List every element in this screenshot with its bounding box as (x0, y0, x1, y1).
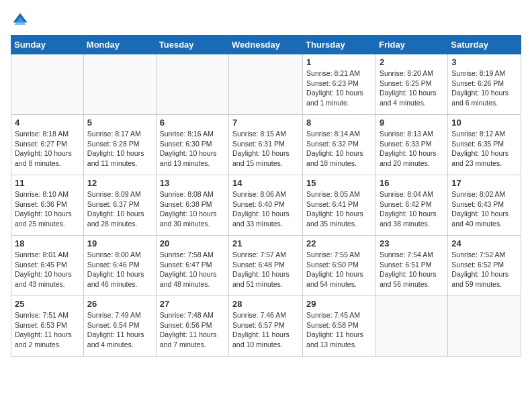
calendar-cell (229, 54, 303, 115)
calendar-cell: 29Sunrise: 7:45 AM Sunset: 6:58 PM Dayli… (303, 296, 376, 357)
calendar-cell: 13Sunrise: 8:08 AM Sunset: 6:38 PM Dayli… (156, 175, 228, 236)
calendar-cell: 17Sunrise: 8:02 AM Sunset: 6:43 PM Dayli… (448, 175, 521, 236)
day-number: 14 (232, 178, 299, 188)
weekday-header-sunday: Sunday (11, 36, 84, 54)
day-number: 28 (232, 299, 299, 309)
calendar-cell: 28Sunrise: 7:46 AM Sunset: 6:57 PM Dayli… (229, 296, 303, 357)
calendar-week-row: 18Sunrise: 8:01 AM Sunset: 6:45 PM Dayli… (11, 236, 521, 296)
calendar-cell: 12Sunrise: 8:09 AM Sunset: 6:37 PM Dayli… (83, 175, 156, 236)
calendar-cell: 11Sunrise: 8:10 AM Sunset: 6:36 PM Dayli… (11, 175, 84, 236)
day-info: Sunrise: 7:48 AM Sunset: 6:56 PM Dayligh… (160, 310, 225, 350)
calendar-cell: 16Sunrise: 8:04 AM Sunset: 6:42 PM Dayli… (375, 175, 447, 236)
day-number: 7 (232, 118, 299, 128)
day-info: Sunrise: 7:46 AM Sunset: 6:57 PM Dayligh… (232, 310, 299, 350)
day-info: Sunrise: 8:15 AM Sunset: 6:31 PM Dayligh… (232, 129, 299, 169)
calendar-cell (156, 54, 228, 115)
day-number: 4 (15, 118, 80, 128)
weekday-header-tuesday: Tuesday (156, 36, 228, 54)
calendar-table: SundayMondayTuesdayWednesdayThursdayFrid… (11, 35, 521, 357)
calendar-cell (83, 54, 156, 115)
day-info: Sunrise: 7:54 AM Sunset: 6:51 PM Dayligh… (380, 250, 444, 289)
day-info: Sunrise: 7:49 AM Sunset: 6:54 PM Dayligh… (87, 310, 152, 350)
day-number: 29 (306, 299, 372, 309)
calendar-cell: 8Sunrise: 8:14 AM Sunset: 6:32 PM Daylig… (303, 115, 376, 175)
calendar-cell: 2Sunrise: 8:20 AM Sunset: 6:25 PM Daylig… (375, 54, 447, 115)
calendar-cell: 27Sunrise: 7:48 AM Sunset: 6:56 PM Dayli… (156, 296, 228, 357)
calendar-week-row: 1Sunrise: 8:21 AM Sunset: 6:23 PM Daylig… (11, 54, 521, 115)
calendar-cell: 26Sunrise: 7:49 AM Sunset: 6:54 PM Dayli… (83, 296, 156, 357)
day-number: 15 (306, 178, 372, 188)
day-info: Sunrise: 8:12 AM Sunset: 6:35 PM Dayligh… (451, 129, 517, 169)
day-info: Sunrise: 7:45 AM Sunset: 6:58 PM Dayligh… (306, 310, 372, 350)
day-number: 12 (87, 178, 152, 188)
day-info: Sunrise: 8:02 AM Sunset: 6:43 PM Dayligh… (451, 189, 517, 229)
day-info: Sunrise: 8:17 AM Sunset: 6:28 PM Dayligh… (87, 129, 152, 169)
day-number: 16 (380, 178, 444, 188)
calendar-week-row: 25Sunrise: 7:51 AM Sunset: 6:53 PM Dayli… (11, 296, 521, 357)
day-number: 1 (306, 57, 372, 67)
day-info: Sunrise: 7:51 AM Sunset: 6:53 PM Dayligh… (15, 310, 80, 350)
day-number: 10 (451, 118, 517, 128)
day-number: 8 (306, 118, 372, 128)
weekday-header-saturday: Saturday (448, 36, 521, 54)
day-info: Sunrise: 8:14 AM Sunset: 6:32 PM Dayligh… (306, 129, 372, 169)
day-info: Sunrise: 8:13 AM Sunset: 6:33 PM Dayligh… (380, 129, 444, 169)
calendar-cell: 3Sunrise: 8:19 AM Sunset: 6:26 PM Daylig… (448, 54, 521, 115)
day-info: Sunrise: 8:18 AM Sunset: 6:27 PM Dayligh… (15, 129, 80, 169)
calendar-cell: 19Sunrise: 8:00 AM Sunset: 6:46 PM Dayli… (83, 236, 156, 296)
calendar-cell: 18Sunrise: 8:01 AM Sunset: 6:45 PM Dayli… (11, 236, 84, 296)
day-info: Sunrise: 7:58 AM Sunset: 6:47 PM Dayligh… (160, 250, 225, 289)
day-number: 6 (160, 118, 225, 128)
day-number: 27 (160, 299, 225, 309)
day-number: 17 (451, 178, 517, 188)
calendar-week-row: 4Sunrise: 8:18 AM Sunset: 6:27 PM Daylig… (11, 115, 521, 175)
weekday-header-thursday: Thursday (303, 36, 376, 54)
day-number: 3 (451, 57, 517, 67)
day-info: Sunrise: 8:16 AM Sunset: 6:30 PM Dayligh… (160, 129, 225, 169)
calendar-cell: 25Sunrise: 7:51 AM Sunset: 6:53 PM Dayli… (11, 296, 84, 357)
day-info: Sunrise: 8:00 AM Sunset: 6:46 PM Dayligh… (87, 250, 152, 289)
day-number: 21 (232, 238, 299, 248)
calendar-cell (448, 296, 521, 357)
calendar-cell: 4Sunrise: 8:18 AM Sunset: 6:27 PM Daylig… (11, 115, 84, 175)
day-number: 24 (451, 238, 517, 248)
day-info: Sunrise: 8:10 AM Sunset: 6:36 PM Dayligh… (15, 189, 80, 229)
day-number: 25 (15, 299, 80, 309)
day-info: Sunrise: 8:05 AM Sunset: 6:41 PM Dayligh… (306, 189, 372, 229)
day-number: 22 (306, 238, 372, 248)
logo-icon (11, 11, 30, 30)
calendar-cell: 6Sunrise: 8:16 AM Sunset: 6:30 PM Daylig… (156, 115, 228, 175)
day-info: Sunrise: 7:55 AM Sunset: 6:50 PM Dayligh… (306, 250, 372, 289)
calendar-cell: 23Sunrise: 7:54 AM Sunset: 6:51 PM Dayli… (375, 236, 447, 296)
calendar-week-row: 11Sunrise: 8:10 AM Sunset: 6:36 PM Dayli… (11, 175, 521, 236)
day-info: Sunrise: 8:19 AM Sunset: 6:26 PM Dayligh… (451, 68, 517, 108)
weekday-header-monday: Monday (83, 36, 156, 54)
day-number: 26 (87, 299, 152, 309)
day-info: Sunrise: 8:21 AM Sunset: 6:23 PM Dayligh… (306, 68, 372, 108)
weekday-header-friday: Friday (375, 36, 447, 54)
day-info: Sunrise: 7:52 AM Sunset: 6:52 PM Dayligh… (451, 250, 517, 289)
calendar-cell (375, 296, 447, 357)
day-info: Sunrise: 8:08 AM Sunset: 6:38 PM Dayligh… (160, 189, 225, 229)
day-number: 5 (87, 118, 152, 128)
day-number: 20 (160, 238, 225, 248)
calendar-cell (11, 54, 84, 115)
calendar-cell: 7Sunrise: 8:15 AM Sunset: 6:31 PM Daylig… (229, 115, 303, 175)
day-info: Sunrise: 8:20 AM Sunset: 6:25 PM Dayligh… (380, 68, 444, 108)
calendar-cell: 14Sunrise: 8:06 AM Sunset: 6:40 PM Dayli… (229, 175, 303, 236)
calendar-cell: 1Sunrise: 8:21 AM Sunset: 6:23 PM Daylig… (303, 54, 376, 115)
page-header (11, 11, 521, 30)
day-number: 18 (15, 238, 80, 248)
weekday-header-wednesday: Wednesday (229, 36, 303, 54)
calendar-cell: 15Sunrise: 8:05 AM Sunset: 6:41 PM Dayli… (303, 175, 376, 236)
day-number: 23 (380, 238, 444, 248)
logo (11, 11, 32, 30)
day-number: 19 (87, 238, 152, 248)
calendar-cell: 21Sunrise: 7:57 AM Sunset: 6:48 PM Dayli… (229, 236, 303, 296)
calendar-cell: 20Sunrise: 7:58 AM Sunset: 6:47 PM Dayli… (156, 236, 228, 296)
day-number: 2 (380, 57, 444, 67)
day-number: 9 (380, 118, 444, 128)
day-info: Sunrise: 8:01 AM Sunset: 6:45 PM Dayligh… (15, 250, 80, 289)
calendar-cell: 5Sunrise: 8:17 AM Sunset: 6:28 PM Daylig… (83, 115, 156, 175)
day-info: Sunrise: 8:09 AM Sunset: 6:37 PM Dayligh… (87, 189, 152, 229)
